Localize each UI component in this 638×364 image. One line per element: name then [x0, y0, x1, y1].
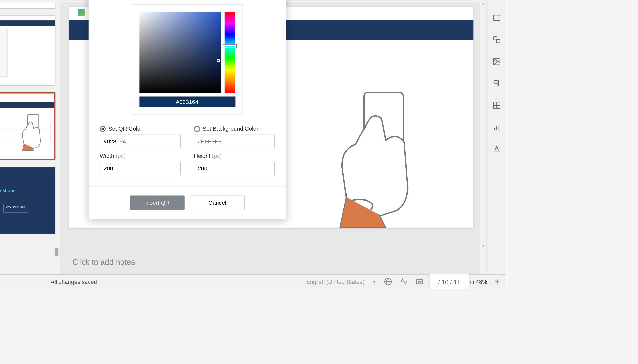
hand-phone-illustration: [320, 88, 434, 228]
canvas-vscroll[interactable]: ▲ ▼: [480, 2, 487, 274]
save-status: All changes saved: [51, 278, 97, 285]
svg-rect-35: [496, 39, 500, 43]
hand-phone-icon: [15, 113, 50, 152]
bg-color-input[interactable]: [194, 135, 275, 148]
hue-cursor[interactable]: [223, 45, 236, 48]
hue-strip[interactable]: [224, 12, 235, 93]
notes-placeholder[interactable]: Click to add notes: [69, 254, 473, 270]
chart-settings-icon[interactable]: [492, 123, 501, 132]
zoom-in-button[interactable]: +: [495, 277, 500, 286]
saturation-cursor[interactable]: [216, 59, 220, 62]
table-settings-icon[interactable]: [492, 101, 501, 110]
slide-thumbnails-panel: 43 ☐ ONLYOFFICE Docs 8.1 What's new for …: [0, 2, 60, 274]
qr-color-input[interactable]: [100, 135, 181, 148]
page-indicator: / 10 / 11: [430, 274, 469, 290]
qr-settings-dialog: QR Settings ✕ #023164 Set QR Color: [89, 0, 286, 219]
svg-point-37: [495, 60, 496, 61]
right-rail: [486, 2, 506, 274]
slide-thumb-45[interactable]: ☐ ONLYOFFICE Thank you! We are open for …: [0, 167, 55, 234]
width-input[interactable]: [100, 162, 181, 175]
slide-logo-icon: [78, 9, 85, 16]
fit-width-icon[interactable]: [416, 278, 424, 286]
insert-qr-button[interactable]: Insert QR: [130, 195, 185, 210]
slide-thumb-44[interactable]: ☐ ONLYOFFICE Docs 8.1 DESKTOP EDITORS Ge…: [0, 92, 55, 160]
slide-thumb-43[interactable]: ☐ ONLYOFFICE Docs 8.1 What's new for dev…: [0, 15, 55, 86]
paragraph-icon[interactable]: [492, 79, 501, 88]
spellcheck-icon[interactable]: [400, 278, 408, 286]
slide-settings-icon[interactable]: [492, 13, 501, 22]
panel-scrollbar[interactable]: [55, 248, 59, 256]
height-input[interactable]: [194, 162, 275, 175]
language-selector[interactable]: English (United States): [306, 278, 364, 285]
saturation-field[interactable]: [139, 12, 221, 93]
shape-settings-icon[interactable]: [492, 35, 501, 44]
bg-color-radio[interactable]: Set Background Color: [194, 125, 275, 132]
cancel-button[interactable]: Cancel: [190, 195, 245, 210]
globe-icon[interactable]: [384, 278, 392, 286]
textart-settings-icon[interactable]: [492, 145, 501, 153]
color-hex-display: #023164: [139, 96, 235, 107]
color-picker: #023164: [132, 4, 243, 114]
qr-color-radio[interactable]: Set QR Color: [100, 125, 181, 132]
svg-rect-33: [493, 15, 500, 20]
image-settings-icon[interactable]: [492, 57, 501, 66]
